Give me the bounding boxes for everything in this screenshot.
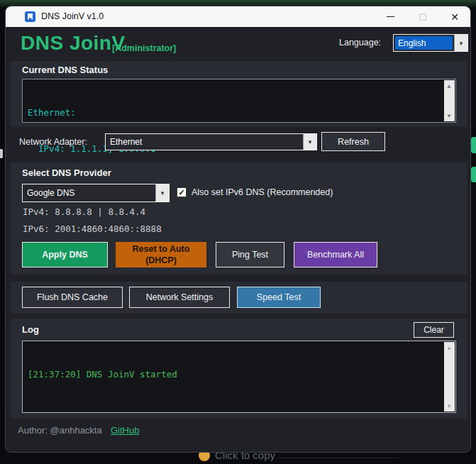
log-panel-title: Log: [22, 324, 39, 335]
app-window: DNS JoinV v1.0 ✕ DNS JoinV [Administrato…: [5, 6, 471, 453]
dns-provider-select[interactable]: Google DNS ▾: [22, 184, 170, 202]
close-button[interactable]: ✕: [440, 6, 470, 27]
maximize-button[interactable]: [408, 6, 438, 27]
desktop-green-mark: [471, 137, 476, 153]
current-dns-status-panel: Current DNS Status Ethernet: IPv4: 1.1.1…: [11, 61, 467, 127]
administrator-badge: [Administrator]: [112, 43, 176, 53]
minimize-icon: [387, 16, 394, 18]
desktop-divider-line: [278, 458, 399, 458]
chevron-down-icon[interactable]: ▾: [303, 134, 316, 150]
chevron-down-icon[interactable]: ▾: [155, 184, 169, 201]
titlebar[interactable]: DNS JoinV v1.0 ✕: [6, 6, 470, 27]
benchmark-all-button[interactable]: Benchmark All: [294, 242, 377, 267]
close-icon: ✕: [450, 12, 459, 22]
status-line: Ethernet:: [28, 106, 441, 118]
log-textbox[interactable]: [21:37:20] DNS JoinV started ▲ ▼: [22, 341, 456, 413]
dns-status-textbox[interactable]: Ethernet: IPv4: 1.1.1.1, 1.0.0.1 IPv6: 2…: [22, 79, 456, 123]
select-dns-provider-panel: Select DNS Provider Google DNS ▾ ✓ Also …: [11, 162, 467, 275]
log-panel: Log Clear [21:37:20] DNS JoinV started ▲…: [11, 319, 467, 419]
provider-ipv4-value: IPv4: 8.8.8.8 | 8.8.4.4: [23, 206, 145, 217]
window-title: DNS JoinV v1.0: [41, 6, 104, 27]
provider-panel-title: Select DNS Provider: [22, 167, 111, 178]
maximize-icon: [419, 13, 426, 21]
apply-dns-button[interactable]: Apply DNS: [22, 242, 108, 267]
github-link[interactable]: GitHub: [111, 425, 139, 436]
ipv6-checkbox[interactable]: ✓: [177, 187, 187, 197]
reset-to-auto-dhcp-button[interactable]: Reset to Auto (DHCP): [116, 242, 206, 267]
language-select[interactable]: English ▾: [393, 34, 468, 52]
network-adapter-label: Network Adapter:: [19, 137, 87, 147]
status-scrollbar[interactable]: ▲ ▼: [444, 80, 455, 121]
ipv6-checkbox-row: ✓ Also set IPv6 DNS (Recommended): [177, 187, 333, 197]
provider-ipv6-value: IPv6: 2001:4860:4860::8888: [23, 223, 162, 234]
ipv6-checkbox-label: Also set IPv6 DNS (Recommended): [192, 187, 333, 197]
language-selected-value: English: [395, 36, 453, 50]
network-adapter-select[interactable]: Ethernet ▾: [105, 133, 317, 150]
language-label: Language:: [339, 38, 381, 48]
network-adapter-value: Ethernet: [106, 134, 303, 150]
ping-test-button[interactable]: Ping Test: [216, 242, 284, 267]
desktop-green-mark: [471, 167, 476, 182]
scroll-down-icon[interactable]: ▼: [444, 401, 454, 411]
speed-test-button[interactable]: Speed Test: [237, 287, 321, 308]
app-title: DNS JoinV: [21, 32, 126, 55]
log-scrollbar[interactable]: ▲ ▼: [444, 342, 455, 411]
scroll-up-icon[interactable]: ▲: [444, 81, 454, 91]
app-icon[interactable]: [25, 11, 35, 22]
tools-panel: Flush DNS Cache Network Settings Speed T…: [11, 282, 467, 314]
status-panel-title: Current DNS Status: [22, 65, 108, 75]
scroll-down-icon[interactable]: ▼: [444, 111, 454, 121]
minimize-button[interactable]: [375, 6, 405, 27]
clear-log-button[interactable]: Clear: [414, 322, 454, 338]
author-credit: Author: @anhhackta: [18, 425, 102, 436]
scroll-up-icon[interactable]: ▲: [444, 343, 454, 353]
desktop-edge-notch: [0, 149, 3, 158]
dns-provider-value: Google DNS: [23, 184, 155, 201]
refresh-button[interactable]: Refresh: [321, 132, 385, 151]
network-settings-button[interactable]: Network Settings: [129, 287, 230, 308]
chevron-down-icon[interactable]: ▾: [454, 35, 467, 51]
flush-dns-cache-button[interactable]: Flush DNS Cache: [22, 287, 123, 308]
log-entry: [21:37:20] DNS JoinV started: [28, 368, 441, 380]
